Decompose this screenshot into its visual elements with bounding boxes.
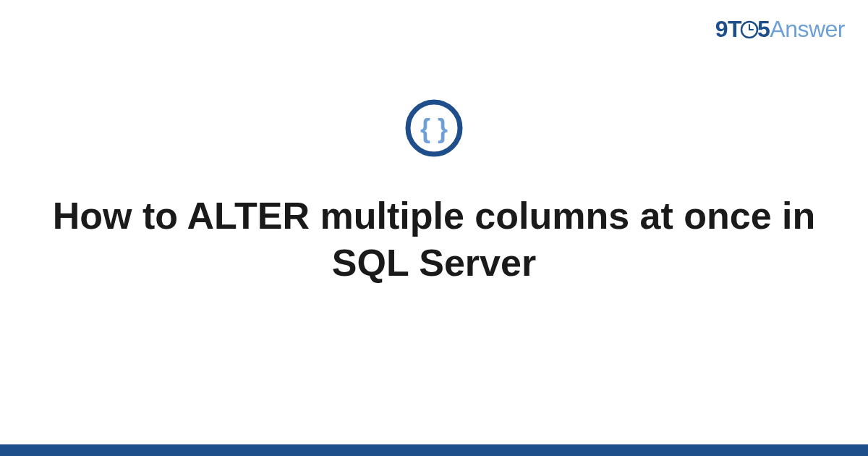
svg-text:{ }: { }: [420, 114, 448, 143]
code-braces-icon: { }: [404, 98, 464, 161]
page-title: How to ALTER multiple columns at once in…: [0, 193, 868, 287]
footer-accent-bar: [0, 444, 868, 456]
logo-text-answer: Answer: [770, 16, 845, 42]
logo-text-9t: 9T: [715, 16, 741, 42]
clock-icon: [740, 20, 759, 39]
logo-text-5: 5: [757, 16, 770, 42]
site-logo: 9T5Answer: [715, 16, 845, 43]
